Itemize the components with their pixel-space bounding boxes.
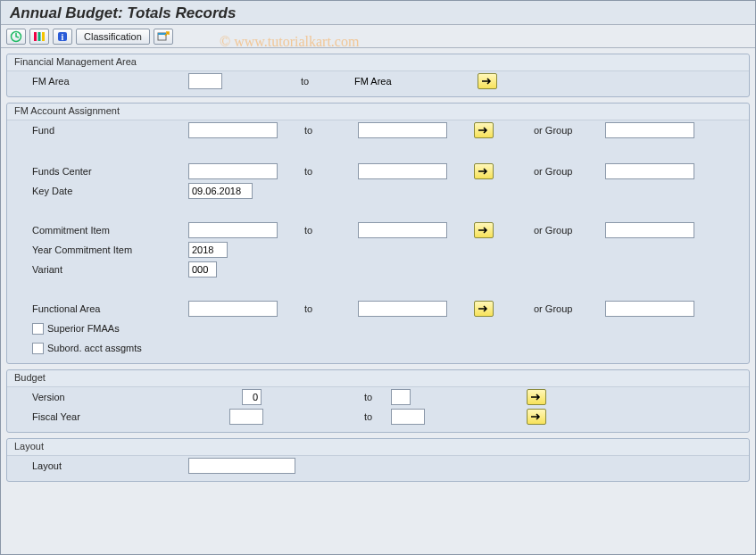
fund-multi-select-button[interactable] [474,122,494,138]
arrow-right-icon [481,76,494,87]
fm-area-to-text: FM Area [354,76,444,87]
arrow-right-icon [530,392,543,402]
arrow-right-icon [478,166,490,177]
info-icon: i [56,30,69,43]
palette-icon [33,30,46,43]
classification-button[interactable]: Classification [76,29,150,45]
fiscal-year-from-input[interactable] [229,409,263,425]
subord-acct-checkbox[interactable] [32,343,44,354]
variant-input[interactable] [188,261,217,278]
row-subord-acct: Subord. acct assgmts [7,338,749,358]
row-fm-area: FM Area to FM Area [7,71,749,91]
row-year-commitment-item: Year Commitment Item [7,240,749,260]
version-multi-select-button[interactable] [527,389,546,405]
subord-acct-label: Subord. acct assgmts [47,343,142,353]
clock-execute-icon [10,30,22,43]
spacer [7,140,749,162]
group-title-assignment: FM Account Assignment [7,104,749,120]
functional-area-group-input[interactable] [605,301,694,317]
functional-area-multi-select-button[interactable] [474,301,494,317]
superior-fmaas-label: Superior FMAAs [47,323,120,334]
arrow-right-icon [478,225,490,236]
layout-label: Layout [14,460,188,471]
functional-area-to-input[interactable] [358,301,447,317]
svg-rect-3 [42,32,45,41]
functional-area-label: Functional Area [14,303,188,314]
row-commitment-item: Commitment Item to or Group [7,220,749,240]
spacer [7,201,749,220]
key-date-input[interactable] [188,183,253,199]
group-budget: Budget Version to Fiscal Year to [6,369,750,433]
funds-center-multi-select-button[interactable] [474,163,494,179]
commitment-item-label: Commitment Item [14,225,188,236]
fm-area-label: FM Area [14,76,188,87]
content-area: © www.tutorialkart.com Financial Managem… [1,48,755,493]
info-button[interactable]: i [53,29,72,45]
funds-center-to-label: to [304,166,358,177]
fm-area-multi-select-button[interactable] [478,73,497,89]
fm-area-from-input[interactable] [188,73,222,89]
functional-area-from-input[interactable] [188,301,278,317]
funds-center-from-input[interactable] [188,163,278,179]
arrow-right-icon [530,411,543,422]
row-layout: Layout [7,456,749,476]
commitment-item-to-input[interactable] [358,222,447,238]
palette-button[interactable] [29,29,49,45]
toolbar: i Classification [1,25,755,48]
year-ci-input[interactable] [188,242,228,258]
commitment-item-or-group-label: or Group [534,225,605,236]
version-to-input[interactable] [391,389,411,405]
classification-label: Classification [84,31,142,42]
fund-to-input[interactable] [358,122,447,138]
variant-label: Variant [14,264,188,275]
version-from-input[interactable] [242,389,262,405]
svg-rect-1 [34,32,37,41]
row-functional-area: Functional Area to or Group [7,299,749,319]
page-title: Annual Budget: Totals Records [10,4,746,22]
row-key-date: Key Date [7,181,749,201]
layout-input[interactable] [188,458,295,474]
execute-button[interactable] [6,29,26,45]
group-layout: Layout Layout [6,438,750,482]
arrow-right-icon [478,303,490,314]
funds-center-group-input[interactable] [605,163,694,179]
row-variant: Variant [7,260,749,279]
fund-group-input[interactable] [605,122,694,138]
functional-area-to-label: to [304,303,358,314]
fiscal-year-multi-select-button[interactable] [527,409,546,425]
fund-or-group-label: or Group [534,125,605,136]
funds-center-to-input[interactable] [358,163,447,179]
functional-area-or-group-label: or Group [534,303,605,314]
new-window-icon [157,30,170,43]
svg-rect-2 [38,32,41,41]
year-ci-label: Year Commitment Item [14,244,188,255]
group-fm-area: Financial Management Area FM Area to FM … [6,54,750,97]
row-version: Version to [7,387,749,407]
group-title-fm-area: Financial Management Area [7,54,749,71]
arrow-right-icon [478,125,490,136]
row-superior-fmaas: Superior FMAAs [7,319,749,338]
commitment-item-multi-select-button[interactable] [474,222,494,238]
fund-to-label: to [304,125,358,136]
commitment-item-group-input[interactable] [605,222,694,238]
svg-rect-7 [158,33,166,35]
fund-from-input[interactable] [188,122,278,138]
fiscal-year-to-label: to [364,411,391,422]
title-bar: Annual Budget: Totals Records [1,1,755,25]
commitment-item-from-input[interactable] [188,222,278,238]
fund-label: Fund [14,125,188,136]
funds-center-or-group-label: or Group [534,166,605,177]
row-fund: Fund to or Group [7,120,749,140]
funds-center-label: Funds Center [14,166,188,177]
group-title-layout: Layout [7,439,749,456]
spacer [7,279,749,299]
svg-text:i: i [62,32,64,42]
fiscal-year-to-input[interactable] [391,409,425,425]
fiscal-year-label: Fiscal Year [14,411,188,422]
new-window-button[interactable] [154,29,173,45]
version-label: Version [14,392,188,402]
superior-fmaas-checkbox[interactable] [32,323,44,335]
key-date-label: Key Date [14,186,188,196]
commitment-item-to-label: to [304,225,358,236]
row-funds-center: Funds Center to or Group [7,162,749,181]
